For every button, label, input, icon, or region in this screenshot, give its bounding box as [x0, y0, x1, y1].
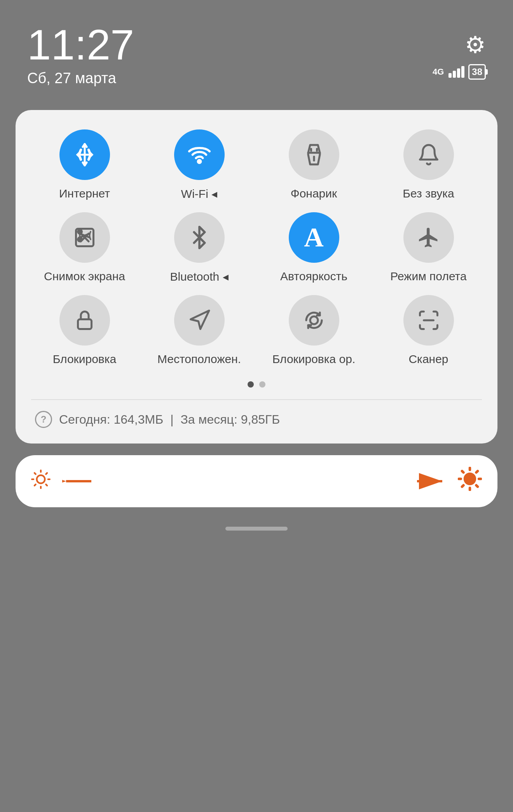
internet-label: Интернет: [59, 187, 110, 200]
svg-point-17: [37, 475, 45, 483]
quick-item-flashlight[interactable]: Фонарик: [260, 129, 367, 201]
location-button[interactable]: [174, 295, 225, 346]
svg-rect-13: [78, 320, 91, 329]
data-usage-row: ? Сегодня: 164,3МБ | За месяц: 9,85ГБ: [31, 411, 482, 428]
screenshot-button[interactable]: [59, 212, 110, 263]
autobrightness-button[interactable]: A: [289, 212, 339, 263]
arrow-right-icon: [415, 471, 446, 491]
scanner-label: Сканер: [408, 353, 448, 366]
quick-item-airplane[interactable]: Режим полета: [375, 212, 482, 283]
quick-item-screenshot[interactable]: Снимок экрана: [31, 212, 138, 283]
pagination-dots: [31, 381, 482, 388]
lock-label: Блокировка: [53, 353, 117, 366]
clock: 11:27: [27, 23, 134, 66]
orientation-label: Блокировка ор.: [272, 353, 356, 366]
flashlight-label: Фонарик: [291, 187, 337, 200]
quick-item-orientation[interactable]: Блокировка ор.: [260, 295, 367, 366]
brightness-low-icon: [31, 470, 51, 493]
autobrightness-label: Автояркость: [280, 270, 347, 283]
quick-item-lock[interactable]: Блокировка: [31, 295, 138, 366]
quick-item-location[interactable]: Местоположен.: [146, 295, 253, 366]
data-today: Сегодня: 164,3МБ: [59, 412, 163, 427]
bluetooth-label: Bluetooth ◂: [170, 270, 228, 283]
svg-point-30: [465, 474, 475, 484]
arrow-left-icon: [62, 471, 93, 491]
svg-line-37: [462, 485, 464, 487]
internet-button[interactable]: [59, 129, 110, 180]
signal-bars-icon: [448, 66, 464, 78]
svg-line-21: [46, 484, 47, 485]
brightness-bar-container[interactable]: [16, 455, 497, 507]
quick-settings-panel: Интернет Wi-Fi ◂: [16, 110, 497, 444]
time-date-group: 11:27 Сб, 27 марта: [27, 23, 134, 87]
quick-item-internet[interactable]: Интернет: [31, 129, 138, 201]
quick-grid: Интернет Wi-Fi ◂: [31, 129, 482, 366]
wifi-label: Wi-Fi ◂: [181, 187, 217, 201]
svg-marker-14: [190, 311, 209, 329]
svg-line-25: [46, 473, 47, 474]
pagination-dot-2: [259, 381, 265, 388]
brightness-high-icon: [458, 467, 482, 496]
quick-item-scanner[interactable]: Сканер: [375, 295, 482, 366]
home-bar: [225, 527, 288, 531]
pagination-dot-1: [248, 381, 254, 388]
divider: [31, 399, 482, 400]
home-indicator: [0, 527, 513, 531]
silent-button[interactable]: [403, 129, 454, 180]
svg-line-20: [35, 473, 36, 474]
battery-icon: 38: [468, 64, 486, 80]
orientation-button[interactable]: [289, 295, 339, 346]
bluetooth-button[interactable]: [174, 212, 225, 263]
lock-button[interactable]: [59, 295, 110, 346]
quick-item-bluetooth[interactable]: Bluetooth ◂: [146, 212, 253, 283]
scanner-button[interactable]: [403, 295, 454, 346]
status-bar: 11:27 Сб, 27 марта ⚙ 4G 38: [0, 0, 513, 98]
svg-line-38: [476, 471, 478, 473]
signal-battery-group: 4G 38: [433, 64, 486, 80]
flashlight-button[interactable]: [289, 129, 339, 180]
airplane-label: Режим полета: [390, 270, 466, 283]
svg-line-34: [476, 485, 478, 487]
screenshot-label: Снимок экрана: [44, 270, 125, 283]
data-usage-icon: ?: [35, 411, 52, 428]
svg-line-24: [35, 484, 36, 485]
lte-badge: 4G: [433, 67, 444, 77]
svg-point-15: [310, 316, 318, 324]
location-label: Местоположен.: [157, 353, 241, 366]
svg-point-2: [198, 160, 201, 163]
settings-icon[interactable]: ⚙: [465, 31, 486, 58]
brightness-slider[interactable]: [62, 471, 446, 491]
quick-item-autobrightness[interactable]: A Автояркость: [260, 212, 367, 283]
quick-item-wifi[interactable]: Wi-Fi ◂: [146, 129, 253, 201]
battery-level: 38: [472, 66, 482, 77]
quick-item-silent[interactable]: Без звука: [375, 129, 482, 201]
data-separator: |: [170, 412, 173, 427]
silent-label: Без звука: [403, 187, 454, 200]
svg-line-33: [462, 471, 464, 473]
data-month: За месяц: 9,85ГБ: [180, 412, 280, 427]
wifi-button[interactable]: [174, 129, 225, 180]
status-right-group: ⚙ 4G 38: [433, 23, 486, 80]
date-display: Сб, 27 марта: [27, 70, 134, 87]
airplane-button[interactable]: [403, 212, 454, 263]
